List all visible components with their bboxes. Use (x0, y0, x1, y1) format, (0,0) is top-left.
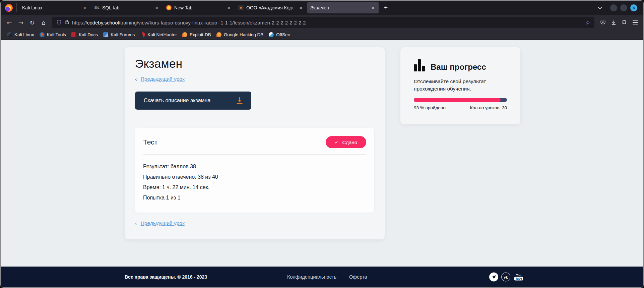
menu-hamburger-icon[interactable] (630, 17, 640, 27)
tracking-shield-icon[interactable] (56, 19, 62, 26)
footer-socials: vk You Tube (489, 273, 524, 282)
prev-lesson-label[interactable]: Предыдущий урок (141, 76, 185, 82)
pocket-shield-icon[interactable] (598, 17, 608, 27)
kali-dragon-icon (7, 32, 12, 37)
offsec-icon (269, 32, 274, 37)
youtube-tube-label: Tube (514, 277, 523, 280)
prev-lesson-link-top[interactable]: ‹ Предыдущий урок (135, 75, 374, 83)
tab-bar: Kali Linux × SQL SQL-lab × New Tab × ООО… (1, 1, 643, 15)
check-icon: ✓ (335, 139, 339, 145)
download-arrow: ↓ (237, 97, 242, 103)
prev-lesson-label[interactable]: Предыдущий урок (141, 220, 185, 226)
tab-separator (16, 3, 16, 12)
tab-academy-codeby[interactable]: ООО «Академия Кодеба × (235, 2, 307, 13)
result-attempt: Попытка 1 из 1 (143, 194, 366, 201)
bookmark-kali-docs[interactable]: Kali Docs (69, 32, 100, 38)
progress-bar-fill (414, 98, 501, 102)
minimize-button[interactable] (610, 4, 617, 11)
page-footer: Все права защищены. © 2016 - 2023 Конфид… (1, 267, 643, 287)
result-score: Результат: баллов 38 (143, 163, 366, 170)
sql-favicon-icon: SQL (94, 5, 100, 10)
footer-link-privacy[interactable]: Конфиденциальность (287, 274, 336, 280)
close-button[interactable]: × (630, 4, 637, 11)
url-path: /training/view/kurs-laquo-osnovy-linux-r… (119, 20, 306, 25)
tab-title: ООО «Академия Кодеба (246, 5, 295, 10)
kali-nethunter-icon (140, 32, 145, 37)
bookmark-label: Kali NetHunter (147, 32, 177, 37)
tab-close-icon[interactable]: × (226, 5, 232, 11)
bookmark-label: Kali Forums (111, 32, 135, 37)
window-controls: × (610, 4, 637, 11)
page-title: Экзамен (135, 57, 374, 71)
firefox-icon (5, 4, 13, 12)
page-viewport: Экзамен ‹ Предыдущий урок Скачать описан… (1, 40, 643, 287)
exploit-db-bird-icon (182, 32, 187, 37)
bookmark-google-hacking-db[interactable]: Google Hacking DB (214, 32, 266, 38)
download-icon: ↓ (237, 97, 243, 104)
bookmark-exploit-db[interactable]: Exploit-DB (180, 32, 213, 38)
kali-tools-icon (40, 32, 45, 37)
footer-links: Конфиденциальность Оферта (287, 274, 367, 280)
test-title: Тест (143, 138, 157, 146)
progress-labels: 93 % пройдено Кол-во уроков: 30 (414, 105, 507, 110)
progress-percent-label: 93 % пройдено (414, 105, 446, 110)
tab-close-icon[interactable]: × (82, 5, 87, 11)
list-all-tabs-chevron-icon[interactable] (598, 5, 602, 9)
forward-button[interactable]: → (15, 17, 26, 27)
bookmark-label: Exploit-DB (190, 32, 211, 37)
divider (143, 154, 366, 155)
tab-title: SQL-lab (102, 5, 151, 10)
youtube-icon[interactable]: You Tube (513, 273, 524, 282)
tab-sql-lab[interactable]: SQL SQL-lab × (91, 2, 163, 13)
home-button[interactable]: ⌂ (38, 17, 49, 27)
url-bar[interactable]: https://codeby.school/training/view/kurs… (52, 17, 594, 28)
test-header: Тест ✓ Сдано (143, 136, 366, 148)
extensions-puzzle-icon[interactable] (619, 17, 629, 27)
vk-label: vk (504, 275, 508, 279)
tab-close-icon[interactable]: × (370, 5, 376, 11)
bookmark-label: Kali Docs (79, 32, 98, 37)
telegram-icon[interactable] (489, 273, 498, 282)
bookmark-label: Kali Linux (14, 32, 34, 37)
vk-icon[interactable]: vk (501, 273, 510, 282)
back-button[interactable]: ← (4, 17, 15, 27)
prev-lesson-link-bottom[interactable]: ‹ Предыдущий урок (135, 220, 374, 227)
navigation-bar: ← → ↻ ⌂ https://codeby.school/training/v… (1, 15, 643, 30)
bookmark-kali-linux[interactable]: Kali Linux (5, 32, 37, 38)
downloads-icon[interactable] (608, 17, 619, 27)
browser-window: Kali Linux × SQL SQL-lab × New Tab × ООО… (0, 0, 644, 288)
download-exam-description-button[interactable]: Скачать описание экзамна ↓ (135, 92, 251, 110)
bookmark-kali-nethunter[interactable]: Kali NetHunter (138, 32, 179, 38)
bookmark-kali-tools[interactable]: Kali Tools (37, 32, 69, 38)
tab-ekzamen-active[interactable]: Экзамен × (307, 2, 379, 13)
exam-card: Экзамен ‹ Предыдущий урок Скачать описан… (125, 47, 385, 239)
copyright-text: Все права защищены. © 2016 - 2023 (125, 274, 207, 280)
hamburger-bars (633, 20, 638, 24)
tab-close-icon[interactable]: × (154, 5, 159, 11)
footer-link-offer[interactable]: Оферта (349, 274, 367, 280)
bookmark-offsec[interactable]: OffSec (266, 32, 292, 38)
bookmark-label: Kali Tools (47, 32, 66, 37)
tab-title: Экзамен (310, 5, 367, 10)
bookmark-kali-forums[interactable]: Kali Forums (101, 32, 137, 38)
tab-new-tab[interactable]: New Tab × (163, 2, 235, 13)
bookmark-star-icon[interactable]: ☆ (585, 19, 590, 26)
firefox-favicon-icon (166, 5, 172, 10)
download-button-label: Скачать описание экзамна (144, 98, 210, 104)
progress-header: Ваш прогресс (414, 59, 507, 71)
tab-kali-linux[interactable]: Kali Linux × (19, 2, 90, 13)
maximize-button[interactable] (620, 4, 627, 11)
bar-chart-icon (414, 59, 425, 71)
chevron-left-icon: ‹ (135, 221, 137, 226)
test-result-card: Тест ✓ Сдано Результат: баллов 38 Правил… (135, 128, 374, 213)
lock-icon (65, 19, 69, 25)
download-tray-bar (237, 103, 243, 104)
progress-bar-track (414, 98, 507, 102)
reload-button[interactable]: ↻ (27, 17, 38, 27)
status-badge-label: Сдано (342, 139, 357, 145)
url-protocol: https:// (72, 20, 87, 25)
tab-close-icon[interactable]: × (298, 5, 304, 11)
codeby-favicon-icon (238, 5, 244, 10)
new-tab-button[interactable]: + (381, 3, 391, 13)
kali-docs-icon (71, 32, 76, 37)
